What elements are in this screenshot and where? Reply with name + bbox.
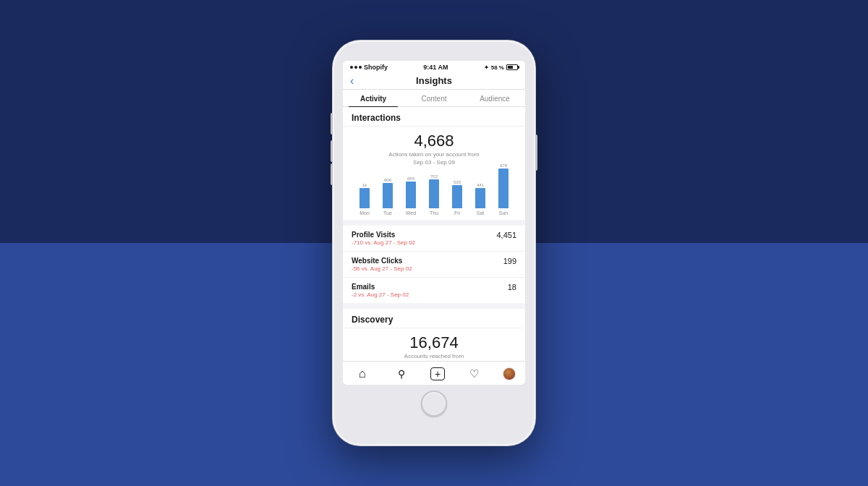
bar-value-wed: 660 xyxy=(407,176,414,181)
website-clicks-sub: -56 vs. Aug 27 - Sep 02 xyxy=(352,265,412,272)
nav-home-icon[interactable]: ⌂ xyxy=(352,366,373,382)
bar-col-thu: 702Thu xyxy=(422,174,446,216)
bar-rect-sun xyxy=(498,169,509,208)
bar-label-sun: Sun xyxy=(499,210,508,216)
bar-value-tue: 606 xyxy=(384,178,391,182)
bar-rect-mon xyxy=(359,188,370,208)
bluetooth-icon: ✦ xyxy=(484,64,489,71)
page-title: Insights xyxy=(416,75,452,86)
stat-row-profile-visits: Profile Visits -710 vs. Aug 27 - Sep 02 … xyxy=(343,226,525,252)
stat-row-website-clicks: Website Clicks -56 vs. Aug 27 - Sep 02 1… xyxy=(343,252,525,278)
bar-col-sun: 978Sun xyxy=(492,163,515,216)
tab-activity[interactable]: Activity xyxy=(343,90,404,106)
bar-rect-wed xyxy=(406,182,416,208)
bar-rect-fri xyxy=(452,185,462,208)
bar-col-fri: 520Fri xyxy=(446,180,469,216)
discovery-subtitle: Accounts reached from Sep 03 - Sep 09 xyxy=(350,353,518,361)
bar-value-sat: 441 xyxy=(477,183,484,187)
bar-label-mon: Mon xyxy=(359,210,370,216)
nav-heart-icon[interactable]: ♡ xyxy=(464,366,484,382)
website-clicks-label: Website Clicks xyxy=(352,257,412,265)
nav-search-icon[interactable]: ⚲ xyxy=(391,366,412,382)
bar-rect-tue xyxy=(383,183,393,208)
phone-screen: Shopify 9:41 AM ✦ 58 % ‹ Insights Activi… xyxy=(343,61,525,385)
header: ‹ Insights xyxy=(343,72,525,90)
bar-label-tue: Tue xyxy=(383,210,392,216)
carrier-label: Shopify xyxy=(364,64,388,71)
bar-col-wed: 660Wed xyxy=(399,176,422,216)
emails-label: Emails xyxy=(352,283,409,291)
profile-visits-value: 4,451 xyxy=(496,231,516,239)
discovery-title: Discovery xyxy=(343,309,525,328)
stat-row-emails: Emails -2 vs. Aug 27 - Sep 02 18 xyxy=(343,278,525,303)
bar-value-fri: 520 xyxy=(454,180,461,184)
chart-area: 4,668 Actions taken on your account from… xyxy=(343,127,525,220)
signal-dot-2 xyxy=(354,66,357,69)
discovery-chart-area: 16,674 Accounts reached from Sep 03 - Se… xyxy=(343,328,525,361)
profile-visits-sub: -710 vs. Aug 27 - Sep 02 xyxy=(352,239,415,246)
bar-label-sat: Sat xyxy=(477,210,485,216)
bar-value-mon: 1k xyxy=(362,183,367,187)
emails-sub: -2 vs. Aug 27 - Sep 02 xyxy=(352,291,409,298)
bottom-nav: ⌂ ⚲ + ♡ xyxy=(343,361,525,385)
nav-add-icon[interactable]: + xyxy=(430,367,445,380)
bar-col-mon: 1kMon xyxy=(353,183,376,216)
stats-section: Profile Visits -710 vs. Aug 27 - Sep 02 … xyxy=(343,226,525,303)
status-right: ✦ 58 % xyxy=(484,64,518,71)
bar-col-sat: 441Sat xyxy=(469,183,492,216)
battery-percent: 58 % xyxy=(491,64,504,71)
status-left: Shopify xyxy=(350,64,388,71)
bar-chart: 1kMon606Tue660Wed702Thu520Fri441Sat978Su… xyxy=(350,172,518,216)
profile-visits-label: Profile Visits xyxy=(352,231,415,239)
interactions-title: Interactions xyxy=(343,107,525,127)
back-button[interactable]: ‹ xyxy=(350,74,354,88)
bar-label-fri: Fri xyxy=(454,210,460,216)
interactions-section: Interactions 4,668 Actions taken on your… xyxy=(343,107,525,220)
emails-value: 18 xyxy=(508,283,516,291)
bar-label-wed: Wed xyxy=(406,210,416,216)
battery-fill xyxy=(508,66,513,69)
signal-dots xyxy=(350,66,362,69)
bar-value-sun: 978 xyxy=(500,163,507,168)
website-clicks-value: 199 xyxy=(503,257,516,265)
tab-audience[interactable]: Audience xyxy=(464,90,525,106)
home-button[interactable] xyxy=(421,391,447,417)
signal-dot-1 xyxy=(350,66,353,69)
discovery-section: Discovery 16,674 Accounts reached from S… xyxy=(343,309,525,361)
bar-value-thu: 702 xyxy=(430,174,438,179)
status-bar: Shopify 9:41 AM ✦ 58 % xyxy=(343,61,525,72)
battery-icon xyxy=(506,64,518,70)
tab-bar: Activity Content Audience xyxy=(343,90,525,107)
bar-label-thu: Thu xyxy=(430,210,438,216)
tab-content[interactable]: Content xyxy=(404,90,464,106)
phone-shell: Shopify 9:41 AM ✦ 58 % ‹ Insights Activi… xyxy=(333,40,535,446)
scroll-content[interactable]: Interactions 4,668 Actions taken on your… xyxy=(343,107,525,361)
bar-rect-sat xyxy=(475,188,485,208)
bar-rect-thu xyxy=(429,179,439,208)
interactions-big-number: 4,668 xyxy=(350,132,518,150)
status-time: 9:41 AM xyxy=(423,64,448,71)
bar-col-tue: 606Tue xyxy=(376,178,399,216)
signal-dot-3 xyxy=(359,66,362,69)
nav-profile-avatar[interactable] xyxy=(503,367,516,380)
discovery-big-number: 16,674 xyxy=(350,334,518,351)
